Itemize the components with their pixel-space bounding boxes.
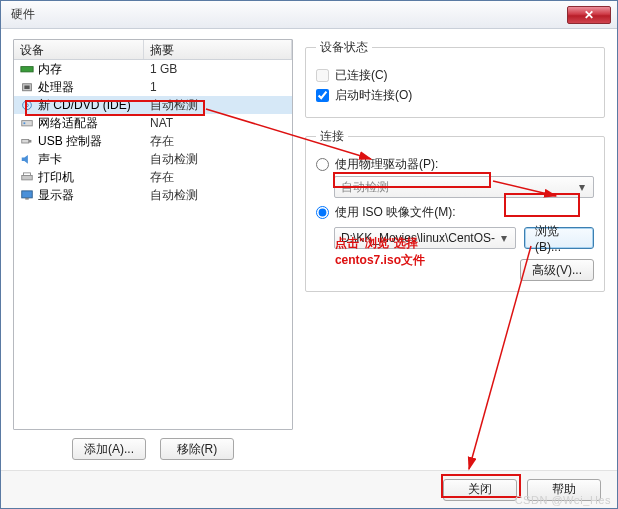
device-name: 声卡 <box>38 151 62 168</box>
table-row[interactable]: 新 CD/DVD (IDE)自动检测 <box>14 96 292 114</box>
device-name: 处理器 <box>38 79 74 96</box>
connected-checkbox-label: 已连接(C) <box>316 67 594 84</box>
device-detail-pane: 设备状态 已连接(C) 启动时连接(O) 连接 使用物理驱动器(P): <box>305 39 605 460</box>
use-physical-radio-label[interactable]: 使用物理驱动器(P): <box>316 156 594 173</box>
col-summary[interactable]: 摘要 <box>144 40 292 59</box>
connect-on-power-label[interactable]: 启动时连接(O) <box>316 87 594 104</box>
chevron-down-icon: ▾ <box>575 180 589 194</box>
device-name: USB 控制器 <box>38 133 102 150</box>
cpu-icon <box>20 81 34 93</box>
device-summary: 1 <box>144 80 292 94</box>
titlebar: 硬件 ✕ <box>1 1 617 29</box>
use-physical-radio[interactable] <box>316 158 329 171</box>
iso-path-value: D:\KK_Movies\linux\CentOS- <box>341 231 495 245</box>
iso-path-combo[interactable]: D:\KK_Movies\linux\CentOS- ▾ <box>334 227 516 249</box>
device-summary: 存在 <box>144 133 292 150</box>
svg-rect-6 <box>24 122 26 124</box>
device-cell: 声卡 <box>14 151 144 168</box>
table-row[interactable]: 处理器1 <box>14 78 292 96</box>
device-cell: 内存 <box>14 61 144 78</box>
use-iso-text: 使用 ISO 映像文件(M): <box>335 204 456 221</box>
net-icon <box>20 117 34 129</box>
device-summary: 自动检测 <box>144 187 292 204</box>
device-name: 新 CD/DVD (IDE) <box>38 97 131 114</box>
svg-rect-2 <box>24 85 29 89</box>
snd-icon <box>20 153 34 165</box>
add-device-button[interactable]: 添加(A)... <box>72 438 146 460</box>
table-row[interactable]: USB 控制器存在 <box>14 132 292 150</box>
close-icon: ✕ <box>584 8 594 22</box>
device-cell: 打印机 <box>14 169 144 186</box>
device-cell: 网络适配器 <box>14 115 144 132</box>
device-summary: 存在 <box>144 169 292 186</box>
window-title: 硬件 <box>11 6 567 23</box>
device-table-header: 设备 摘要 <box>14 40 292 60</box>
svg-rect-7 <box>22 139 29 143</box>
device-cell: 处理器 <box>14 79 144 96</box>
connection-legend: 连接 <box>316 128 348 145</box>
mem-icon <box>20 63 34 75</box>
table-row[interactable]: 内存1 GB <box>14 60 292 78</box>
prn-icon <box>20 171 34 183</box>
device-summary: NAT <box>144 116 292 130</box>
device-table: 设备 摘要 内存1 GB处理器1新 CD/DVD (IDE)自动检测网络适配器N… <box>13 39 293 430</box>
device-status-group: 设备状态 已连接(C) 启动时连接(O) <box>305 39 605 118</box>
device-cell: 新 CD/DVD (IDE) <box>14 97 144 114</box>
device-name: 打印机 <box>38 169 74 186</box>
connection-group: 连接 使用物理驱动器(P): 自动检测 ▾ 使用 ISO 映像文件(M): <box>305 128 605 292</box>
svg-rect-5 <box>22 120 33 125</box>
window-close-button[interactable]: ✕ <box>567 6 611 24</box>
table-row[interactable]: 网络适配器NAT <box>14 114 292 132</box>
svg-point-4 <box>26 103 29 106</box>
browse-button[interactable]: 浏览(B)... <box>524 227 594 249</box>
remove-device-button[interactable]: 移除(R) <box>160 438 234 460</box>
connect-on-power-checkbox[interactable] <box>316 89 329 102</box>
cd-icon <box>20 99 34 111</box>
table-row[interactable]: 打印机存在 <box>14 168 292 186</box>
svg-rect-0 <box>21 66 33 71</box>
advanced-button[interactable]: 高级(V)... <box>520 259 594 281</box>
table-row[interactable]: 显示器自动检测 <box>14 186 292 204</box>
usb-icon <box>20 135 34 147</box>
use-iso-radio[interactable] <box>316 206 329 219</box>
watermark: CSDN @Wei_Hes <box>515 494 611 506</box>
svg-rect-10 <box>24 172 31 175</box>
device-summary: 1 GB <box>144 62 292 76</box>
chevron-down-icon[interactable]: ▾ <box>497 231 511 245</box>
svg-rect-11 <box>22 190 33 197</box>
device-summary: 自动检测 <box>144 97 292 114</box>
device-status-legend: 设备状态 <box>316 39 372 56</box>
device-list-pane: 设备 摘要 内存1 GB处理器1新 CD/DVD (IDE)自动检测网络适配器N… <box>13 39 293 460</box>
svg-rect-9 <box>22 175 33 179</box>
col-device[interactable]: 设备 <box>14 40 144 59</box>
svg-rect-8 <box>29 139 32 142</box>
device-name: 内存 <box>38 61 62 78</box>
table-row[interactable]: 声卡自动检测 <box>14 150 292 168</box>
use-physical-text: 使用物理驱动器(P): <box>335 156 438 173</box>
device-name: 显示器 <box>38 187 74 204</box>
connected-checkbox <box>316 69 329 82</box>
hardware-dialog: 硬件 ✕ 设备 摘要 内存1 GB处理器1新 CD/DVD (IDE)自动检测网… <box>0 0 618 509</box>
disp-icon <box>20 189 34 201</box>
use-iso-radio-label[interactable]: 使用 ISO 映像文件(M): <box>316 204 594 221</box>
connect-on-power-text: 启动时连接(O) <box>335 87 412 104</box>
physical-drive-combo: 自动检测 ▾ <box>334 176 594 198</box>
svg-rect-12 <box>25 197 29 199</box>
physical-drive-value: 自动检测 <box>341 179 389 196</box>
device-cell: 显示器 <box>14 187 144 204</box>
device-cell: USB 控制器 <box>14 133 144 150</box>
device-summary: 自动检测 <box>144 151 292 168</box>
device-name: 网络适配器 <box>38 115 98 132</box>
close-button[interactable]: 关闭 <box>443 479 517 501</box>
connected-text: 已连接(C) <box>335 67 388 84</box>
